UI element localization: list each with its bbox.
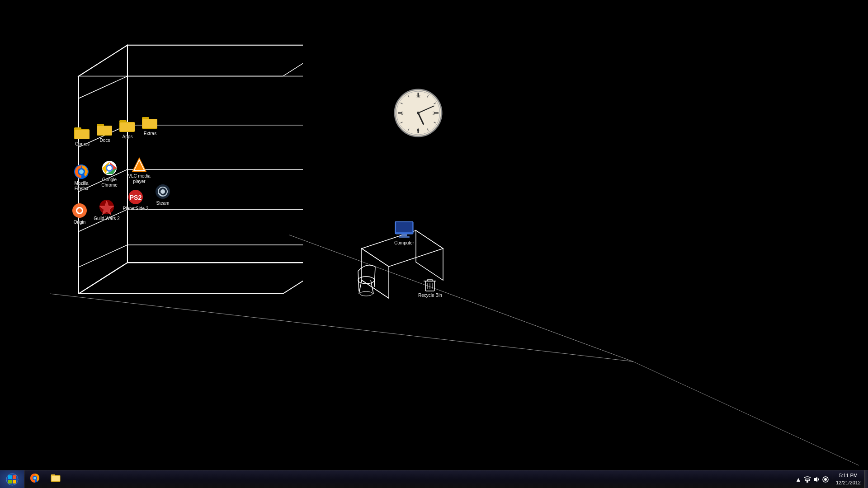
taskbar-firefox-icon xyxy=(29,473,40,486)
svg-line-72 xyxy=(362,280,389,298)
svg-point-73 xyxy=(358,277,374,284)
computer-label: Computer xyxy=(394,240,414,245)
taskbar-time: 5:11 PM xyxy=(839,472,858,479)
svg-marker-102 xyxy=(814,477,817,482)
taskbar-right-area: ▲ xyxy=(792,470,868,488)
svg-line-7 xyxy=(79,76,127,99)
taskbar-firefox[interactable] xyxy=(25,471,45,488)
svg-rect-25 xyxy=(120,122,135,131)
svg-point-43 xyxy=(160,189,165,194)
svg-point-89 xyxy=(6,474,18,485)
start-button[interactable] xyxy=(0,470,24,488)
svg-point-68 xyxy=(417,112,420,114)
taskbar-explorer[interactable] xyxy=(46,471,66,488)
taskbar-date: 12/21/2012 xyxy=(836,479,861,486)
svg-point-104 xyxy=(824,478,827,481)
svg-rect-92 xyxy=(8,480,12,483)
svg-line-1 xyxy=(289,235,633,361)
desktop: Games Docs Apps Extras xyxy=(0,0,868,470)
tray-volume-icon[interactable] xyxy=(812,470,821,488)
svg-point-76 xyxy=(360,291,373,296)
tray-misc-icon[interactable] xyxy=(821,470,830,488)
firefox-icon[interactable]: MozillaFirefox xyxy=(68,164,95,192)
svg-text:9: 9 xyxy=(401,111,404,116)
planetside2-icon[interactable]: PS2 PlanetSide 2 xyxy=(122,189,149,211)
svg-rect-80 xyxy=(396,222,412,232)
tray-show-hidden[interactable]: ▲ xyxy=(794,470,803,488)
steam-icon[interactable]: Steam xyxy=(149,183,176,206)
svg-point-46 xyxy=(77,208,82,213)
docs-folder-label: Docs xyxy=(100,138,110,143)
show-desktop-button[interactable] xyxy=(864,470,868,488)
system-tray: ▲ xyxy=(792,470,832,488)
extras-folder-icon[interactable]: Extras xyxy=(137,114,164,136)
svg-line-78 xyxy=(374,267,375,287)
desk-area: Computer Recycle Bin xyxy=(353,221,452,312)
svg-marker-71 xyxy=(416,230,443,280)
svg-line-2 xyxy=(633,361,859,465)
svg-line-15 xyxy=(79,245,127,267)
svg-marker-5 xyxy=(79,263,303,294)
svg-rect-82 xyxy=(399,236,410,238)
chrome-icon[interactable]: GoogleChrome xyxy=(96,160,123,188)
svg-rect-90 xyxy=(8,475,12,479)
svg-point-96 xyxy=(33,477,36,479)
guildwars2-icon[interactable]: Guild Wars 2 xyxy=(93,199,120,221)
origin-label: Origin xyxy=(74,220,86,225)
svg-point-34 xyxy=(107,166,112,170)
guildwars2-label: Guild Wars 2 xyxy=(94,216,119,221)
svg-rect-81 xyxy=(401,234,407,236)
svg-rect-99 xyxy=(52,476,60,481)
svg-rect-22 xyxy=(97,126,112,135)
apps-folder-label: Apps xyxy=(123,134,133,140)
svg-rect-85 xyxy=(428,279,432,281)
taskbar-clock[interactable]: 5:11 PM 12/21/2012 xyxy=(832,470,864,488)
svg-text:3: 3 xyxy=(433,111,435,116)
svg-line-0 xyxy=(50,294,633,361)
svg-rect-101 xyxy=(805,479,810,481)
games-folder-label: Games xyxy=(75,141,90,147)
recycle-bin-label: Recycle Bin xyxy=(418,293,442,298)
extras-folder-label: Extras xyxy=(144,131,156,136)
svg-rect-19 xyxy=(75,130,90,139)
computer-desktop-icon[interactable]: Computer xyxy=(393,221,415,245)
svg-text:PS2: PS2 xyxy=(130,194,142,201)
bookshelf: Games Docs Apps Extras xyxy=(50,41,303,294)
origin-icon[interactable]: Origin xyxy=(66,202,93,225)
svg-marker-3 xyxy=(127,45,303,263)
svg-text:6: 6 xyxy=(417,127,420,132)
svg-text:12: 12 xyxy=(416,94,420,99)
taskbar-explorer-icon xyxy=(50,473,61,486)
tray-network-icon[interactable] xyxy=(803,470,812,488)
svg-point-31 xyxy=(79,169,84,174)
taskbar: ▲ xyxy=(0,470,868,488)
steam-label: Steam xyxy=(156,201,170,206)
clock-widget: 12 3 6 9 xyxy=(393,88,443,138)
chrome-label: GoogleChrome xyxy=(101,177,118,188)
vlc-label: VLC mediaplayer xyxy=(128,174,150,184)
svg-rect-93 xyxy=(13,480,16,483)
svg-line-77 xyxy=(358,271,359,291)
vlc-icon[interactable]: VLC mediaplayer xyxy=(126,156,153,184)
planetside2-label: PlanetSide 2 xyxy=(123,206,149,211)
svg-marker-16 xyxy=(79,45,303,76)
firefox-label: MozillaFirefox xyxy=(74,181,88,192)
svg-rect-28 xyxy=(142,119,157,128)
svg-rect-91 xyxy=(13,475,16,479)
recycle-bin-icon[interactable]: Recycle Bin xyxy=(418,276,442,298)
